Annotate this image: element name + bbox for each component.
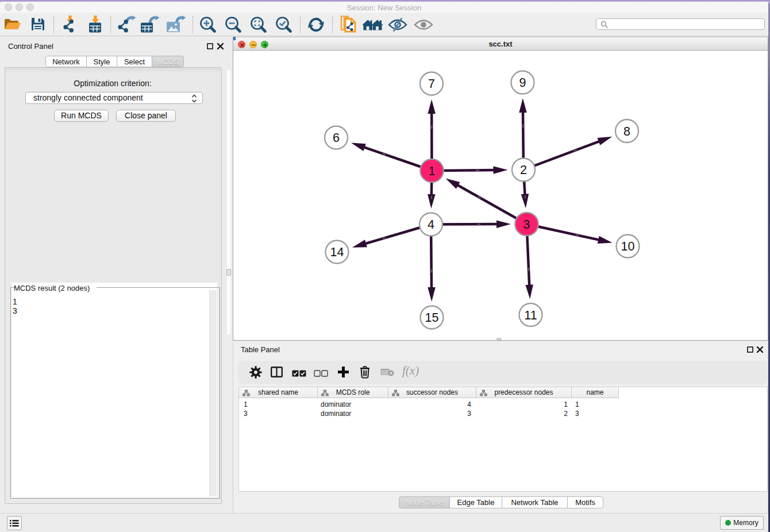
svg-text:4: 4 (428, 218, 434, 232)
svg-text:11: 11 (524, 309, 537, 322)
svg-text:8: 8 (623, 125, 630, 138)
svg-text:9: 9 (519, 76, 526, 90)
svg-text:3: 3 (523, 218, 530, 232)
svg-text:2: 2 (520, 163, 527, 177)
svg-text:7: 7 (428, 77, 435, 91)
svg-text:15: 15 (425, 311, 439, 325)
svg-text:1: 1 (429, 164, 436, 178)
svg-text:6: 6 (333, 131, 340, 145)
svg-text:10: 10 (621, 240, 635, 253)
svg-text:14: 14 (330, 245, 344, 259)
